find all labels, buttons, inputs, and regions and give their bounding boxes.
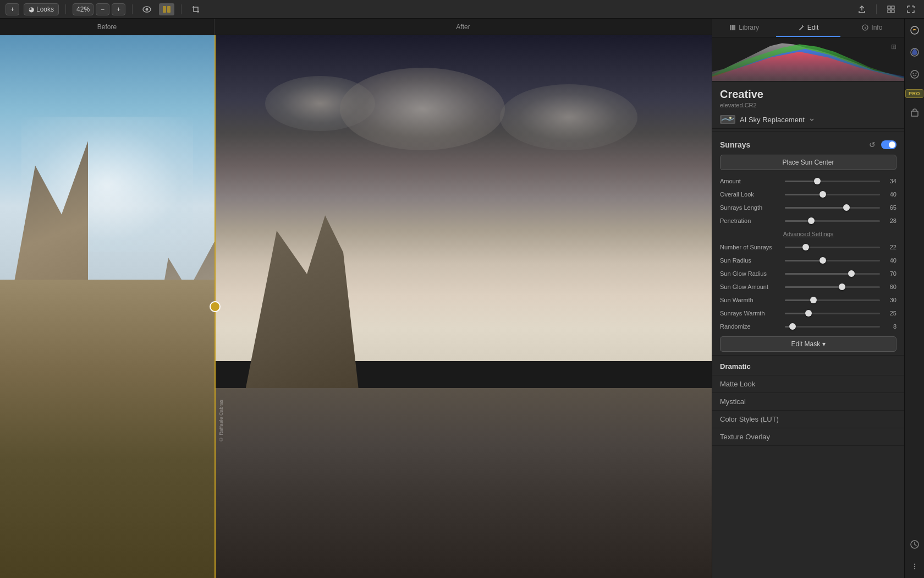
sun-radius-slider[interactable]: [785, 255, 880, 265]
color-styles-label: Color Styles (LUT): [720, 415, 779, 423]
watermark: © Raffaele Cabras: [218, 400, 224, 442]
toolbar: + ◕ Looks 42% − +: [0, 0, 924, 19]
svg-point-16: [911, 70, 919, 78]
zoom-value: 42%: [73, 3, 94, 15]
tab-info[interactable]: Info: [840, 19, 904, 37]
svg-rect-2: [163, 6, 166, 13]
more-icon[interactable]: [908, 559, 922, 574]
image-container: © Raffaele Cabras: [0, 35, 712, 578]
sunrays-warmth-slider[interactable]: [785, 308, 880, 318]
fullscreen-button[interactable]: [903, 3, 919, 15]
sun-glow-amount-slider[interactable]: [785, 282, 880, 292]
advanced-settings-link[interactable]: Advanced Settings: [783, 231, 834, 237]
sunrays-warmth-value: 25: [884, 310, 897, 317]
split-view-button[interactable]: [159, 3, 174, 15]
advanced-settings-row: Advanced Settings: [712, 227, 904, 241]
histogram-settings-icon[interactable]: ⊞: [887, 40, 901, 54]
library-icon: [729, 24, 736, 31]
sky-replacement-label: AI Sky Replacement: [740, 116, 805, 124]
place-sun-center-button[interactable]: Place Sun Center: [720, 155, 897, 170]
grid-button[interactable]: [883, 3, 899, 15]
zoom-controls: 42% − +: [73, 3, 125, 15]
svg-rect-19: [911, 111, 918, 116]
looks-button[interactable]: ◕ Looks: [24, 3, 59, 15]
panel-body[interactable]: Creative elevated.CR2 AI Sky Replacement…: [712, 81, 904, 578]
split-handle[interactable]: [210, 301, 221, 312]
zoom-out-button[interactable]: −: [96, 3, 109, 15]
svg-rect-4: [888, 6, 890, 9]
edit-tab-label: Edit: [807, 24, 819, 31]
looks-icon: ◕: [29, 6, 34, 13]
dramatic-label: Dramatic: [720, 362, 751, 370]
sun-glow-radius-value: 70: [884, 270, 897, 277]
edit-icon: [798, 24, 805, 31]
histogram-chart: [712, 37, 904, 81]
sky-replacement-bar[interactable]: AI Sky Replacement: [712, 111, 904, 129]
panel-title: Creative: [720, 88, 897, 101]
tab-edit[interactable]: Edit: [776, 19, 840, 37]
histogram-area: ⊞: [712, 37, 904, 81]
mystical-label: Mystical: [720, 397, 746, 406]
before-ground: [0, 280, 215, 578]
sunrays-warmth-label: Sunrays Warmth: [720, 310, 780, 317]
zoom-in-button[interactable]: +: [112, 3, 125, 15]
sunrays-toggle[interactable]: [881, 140, 897, 149]
sun-radius-value: 40: [884, 257, 897, 264]
look-item-dramatic[interactable]: Dramatic: [712, 358, 904, 375]
penetration-slider[interactable]: [785, 216, 880, 226]
sunrays-warmth-slider-row: Sunrays Warmth 25: [712, 307, 904, 320]
add-icon: +: [10, 6, 14, 13]
history-icon[interactable]: [908, 537, 922, 552]
sun-warmth-slider[interactable]: [785, 295, 880, 305]
info-icon: [862, 24, 868, 31]
sun-radius-label: Sun Radius: [720, 257, 780, 264]
adjustments-icon[interactable]: [908, 23, 922, 37]
svg-rect-6: [888, 10, 890, 13]
separator-2: [132, 4, 133, 14]
look-item-mystical[interactable]: Mystical: [712, 393, 904, 411]
svg-rect-8: [730, 25, 732, 30]
sun-glow-amount-label: Sun Glow Amount: [720, 283, 780, 290]
canvas-area: Before After: [0, 19, 712, 578]
penetration-label: Penetration: [720, 217, 780, 224]
look-item-color-styles[interactable]: Color Styles (LUT): [712, 411, 904, 428]
overall-look-slider[interactable]: [785, 189, 880, 199]
split-line[interactable]: [215, 35, 216, 578]
sunrays-title: Sunrays: [720, 140, 750, 149]
add-button[interactable]: +: [6, 3, 19, 15]
svg-rect-9: [732, 25, 734, 30]
amount-slider[interactable]: [785, 176, 880, 186]
share-button[interactable]: [854, 3, 870, 15]
tab-library[interactable]: Library: [712, 19, 776, 37]
randomize-slider-row: Randomize 8: [712, 320, 904, 333]
sunrays-length-slider[interactable]: [785, 203, 880, 212]
num-sunrays-slider[interactable]: [785, 242, 880, 252]
randomize-slider[interactable]: [785, 321, 880, 331]
edit-mask-button[interactable]: Edit Mask ▾: [720, 336, 897, 352]
bag-icon[interactable]: [908, 106, 922, 120]
svg-point-22: [914, 566, 915, 567]
sun-glow-amount-value: 60: [884, 283, 897, 290]
color-icon[interactable]: [908, 45, 922, 59]
amount-value: 34: [884, 178, 897, 184]
after-ground: [216, 388, 712, 578]
sun-glow-radius-slider[interactable]: [785, 269, 880, 279]
randomize-value: 8: [884, 323, 897, 330]
creative-icon[interactable]: [908, 67, 922, 81]
sunrays-reset-button[interactable]: ↺: [867, 139, 878, 150]
penetration-value: 28: [884, 217, 897, 224]
before-image: [0, 35, 215, 578]
preview-button[interactable]: [139, 3, 155, 15]
look-item-matte[interactable]: Matte Look: [712, 375, 904, 393]
svg-point-21: [914, 564, 915, 565]
svg-rect-10: [734, 25, 735, 30]
pro-badge: PRO: [905, 89, 923, 98]
sun-glow-radius-label: Sun Glow Radius: [720, 270, 780, 277]
sun-glow-amount-slider-row: Sun Glow Amount 60: [712, 280, 904, 293]
look-item-texture[interactable]: Texture Overlay: [712, 428, 904, 446]
separator-1: [65, 4, 66, 14]
crop-button[interactable]: [188, 3, 204, 15]
svg-rect-5: [892, 6, 894, 9]
num-sunrays-slider-row: Number of Sunrays 22: [712, 241, 904, 254]
sun-warmth-value: 30: [884, 297, 897, 303]
